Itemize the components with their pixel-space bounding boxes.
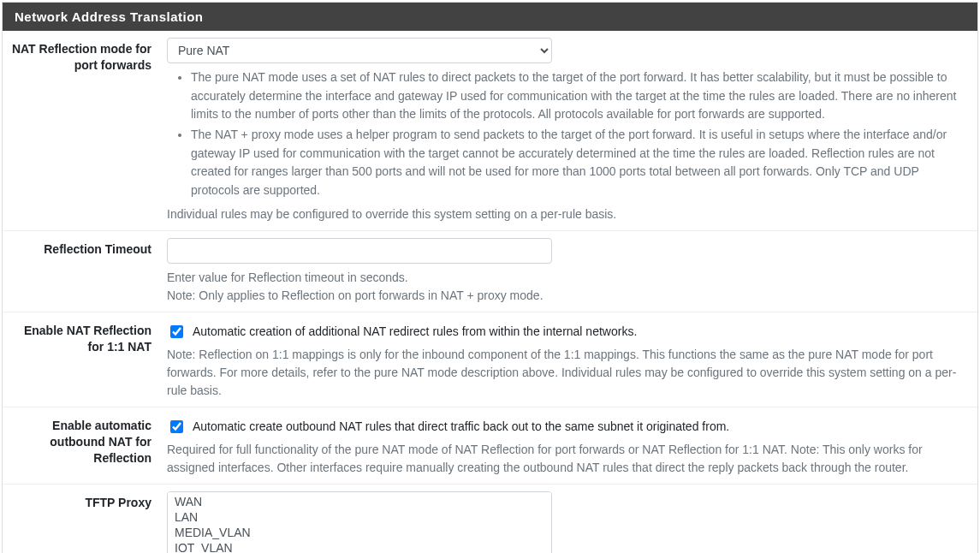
auto-outbound-nat-checkbox[interactable] xyxy=(170,420,183,433)
enable-11-nat-help: Note: Reflection on 1:1 mappings is only… xyxy=(167,346,960,400)
checkbox-line-auto-outbound: Automatic create outbound NAT rules that… xyxy=(167,414,960,436)
panel-title: Network Address Translation xyxy=(3,3,977,31)
row-tftp-proxy: TFTP Proxy WAN LAN MEDIA_VLAN IOT_VLAN C… xyxy=(3,485,977,553)
enable-11-nat-checkbox-label: Automatic creation of additional NAT red… xyxy=(193,324,637,338)
label-nat-reflection-mode: NAT Reflection mode for port forwards xyxy=(11,38,167,223)
label-tftp-proxy: TFTP Proxy xyxy=(11,491,167,553)
enable-11-nat-checkbox[interactable] xyxy=(170,325,183,338)
help-bullet: The pure NAT mode uses a set of NAT rule… xyxy=(191,68,960,124)
nat-panel: Network Address Translation NAT Reflecti… xyxy=(2,2,978,553)
nat-reflection-mode-select[interactable]: Pure NAT xyxy=(167,38,552,63)
control-auto-outbound-nat: Automatic create outbound NAT rules that… xyxy=(167,414,969,477)
tftp-option[interactable]: IOT_VLAN xyxy=(171,540,548,553)
nat-reflection-help-footer: Individual rules may be configured to ov… xyxy=(167,205,960,223)
label-auto-outbound-nat: Enable automatic outbound NAT for Reflec… xyxy=(11,414,167,477)
help-bullet: The NAT + proxy mode uses a helper progr… xyxy=(191,126,960,200)
reflection-timeout-help1: Enter value for Reflection timeout in se… xyxy=(167,269,960,287)
reflection-timeout-input[interactable] xyxy=(167,238,552,264)
row-reflection-timeout: Reflection Timeout Enter value for Refle… xyxy=(3,231,977,312)
row-auto-outbound-nat: Enable automatic outbound NAT for Reflec… xyxy=(3,407,977,485)
checkbox-line-11-nat: Automatic creation of additional NAT red… xyxy=(167,319,960,341)
tftp-option[interactable]: WAN xyxy=(171,494,548,509)
reflection-timeout-help2: Note: Only applies to Reflection on port… xyxy=(167,287,960,305)
control-enable-11-nat: Automatic creation of additional NAT red… xyxy=(167,319,969,400)
tftp-proxy-select[interactable]: WAN LAN MEDIA_VLAN IOT_VLAN xyxy=(167,491,552,553)
nat-reflection-help-list: The pure NAT mode uses a set of NAT rule… xyxy=(167,68,960,200)
row-enable-11-nat: Enable NAT Reflection for 1:1 NAT Automa… xyxy=(3,312,977,407)
row-nat-reflection-mode: NAT Reflection mode for port forwards Pu… xyxy=(3,31,977,231)
control-tftp-proxy: WAN LAN MEDIA_VLAN IOT_VLAN Choose the i… xyxy=(167,491,969,553)
label-reflection-timeout: Reflection Timeout xyxy=(11,238,167,305)
auto-outbound-nat-help: Required for full functionality of the p… xyxy=(167,441,960,477)
control-nat-reflection-mode: Pure NAT The pure NAT mode uses a set of… xyxy=(167,38,969,223)
auto-outbound-nat-checkbox-label: Automatic create outbound NAT rules that… xyxy=(193,419,729,433)
label-enable-11-nat: Enable NAT Reflection for 1:1 NAT xyxy=(11,319,167,400)
tftp-option[interactable]: MEDIA_VLAN xyxy=(171,525,548,540)
tftp-option[interactable]: LAN xyxy=(171,509,548,525)
control-reflection-timeout: Enter value for Reflection timeout in se… xyxy=(167,238,969,305)
